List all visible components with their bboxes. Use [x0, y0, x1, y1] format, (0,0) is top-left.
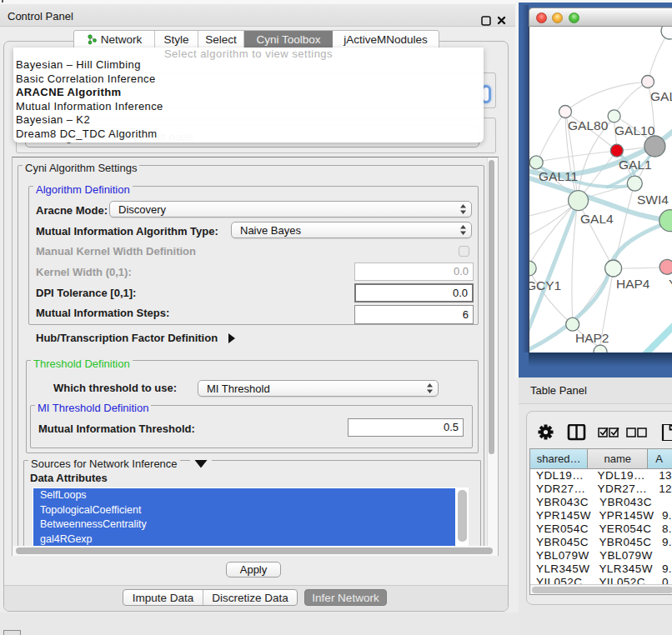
svg-text:GCY1: GCY1 — [529, 278, 561, 292]
svg-text:GAL1: GAL1 — [619, 158, 652, 172]
svg-text:HAP4: HAP4 — [616, 277, 650, 291]
svg-text:SWI4: SWI4 — [637, 192, 669, 207]
svg-text:HAP2: HAP2 — [575, 331, 609, 345]
svg-text:GAL4: GAL4 — [580, 212, 614, 226]
svg-text:GAL80: GAL80 — [568, 118, 609, 132]
svg-text:GAL7: GAL7 — [650, 89, 672, 103]
svg-text:GAL10: GAL10 — [614, 123, 655, 138]
svg-text:GAL11: GAL11 — [539, 169, 578, 183]
svg-text:Y: Y — [669, 277, 672, 291]
